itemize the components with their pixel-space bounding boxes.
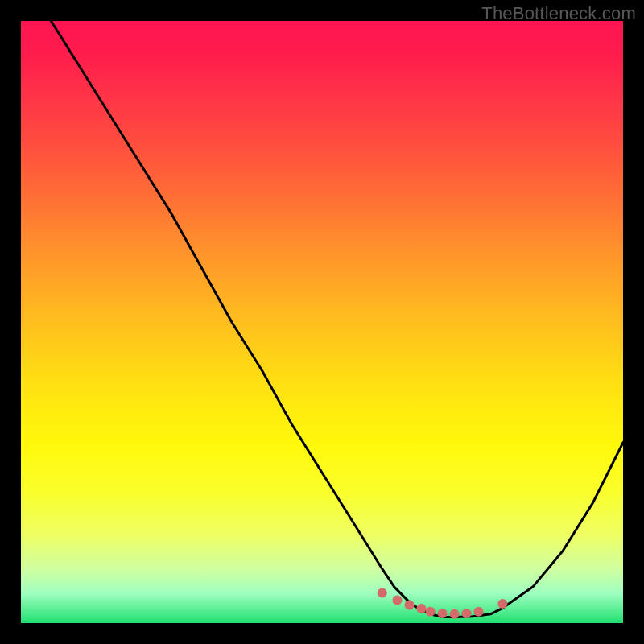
chart-frame: TheBottleneck.com — [0, 0, 644, 644]
plot-area — [21, 21, 623, 623]
marker-dot — [405, 601, 415, 610]
marker-dot — [378, 588, 387, 598]
marker-dot — [426, 607, 436, 617]
marker-dot — [462, 609, 472, 618]
marker-dot — [497, 599, 507, 609]
marker-dot — [474, 607, 484, 617]
marker-dot — [393, 596, 402, 605]
curve-layer — [21, 21, 623, 623]
marker-dot — [450, 609, 460, 619]
bottleneck-curve — [51, 21, 623, 617]
marker-dot — [416, 604, 426, 613]
marker-dot — [438, 609, 448, 618]
